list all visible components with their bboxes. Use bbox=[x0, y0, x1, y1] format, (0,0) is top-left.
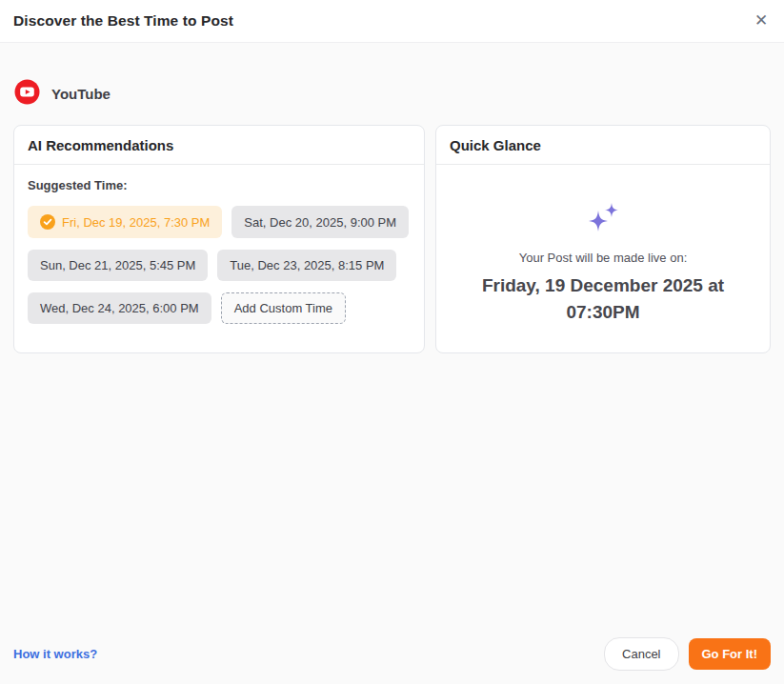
go-for-it-button[interactable]: Go For It! bbox=[689, 638, 772, 670]
ai-recommendations-title: AI Recommendations bbox=[14, 126, 424, 165]
time-slot-label: Tue, Dec 23, 2025, 8:15 PM bbox=[230, 258, 384, 272]
ai-recommendations-panel: AI Recommendations Suggested Time: Fri, … bbox=[13, 125, 425, 353]
youtube-icon bbox=[14, 79, 40, 109]
add-custom-time-label: Add Custom Time bbox=[234, 301, 332, 315]
live-datetime: Friday, 19 December 2025 at 07:30PM bbox=[455, 272, 751, 325]
suggested-time-label: Suggested Time: bbox=[28, 178, 411, 192]
sparkles-icon bbox=[581, 201, 625, 241]
time-slot-chip[interactable]: Sun, Dec 21, 2025, 5:45 PM bbox=[28, 250, 208, 281]
time-slot-label: Sat, Dec 20, 2025, 9:00 PM bbox=[244, 215, 396, 230]
time-slot-label: Sun, Dec 21, 2025, 5:45 PM bbox=[40, 258, 195, 272]
quick-glance-title: Quick Glance bbox=[436, 126, 770, 165]
time-slot-label: Wed, Dec 24, 2025, 6:00 PM bbox=[40, 301, 199, 315]
check-badge-icon bbox=[40, 214, 55, 230]
quick-glance-panel: Quick Glance Your Post will be made live… bbox=[435, 125, 771, 353]
quick-glance-content: Your Post will be made live on: Friday, … bbox=[436, 165, 770, 325]
time-slot-label: Fri, Dec 19, 2025, 7:30 PM bbox=[62, 215, 210, 230]
panels-row: AI Recommendations Suggested Time: Fri, … bbox=[13, 125, 771, 353]
how-it-works-link[interactable]: How it works? bbox=[13, 647, 97, 661]
time-slot-chip[interactable]: Wed, Dec 24, 2025, 6:00 PM bbox=[28, 292, 211, 324]
modal-footer: How it works? Cancel Go For It! bbox=[13, 637, 771, 671]
close-icon[interactable]: ✕ bbox=[748, 8, 774, 34]
footer-actions: Cancel Go For It! bbox=[604, 637, 771, 671]
time-slot-chip[interactable]: Tue, Dec 23, 2025, 8:15 PM bbox=[217, 250, 396, 281]
ai-recommendations-content: Suggested Time: Fri, Dec 19, 2025, 7:30 … bbox=[14, 165, 424, 337]
platform-name: YouTube bbox=[51, 86, 111, 102]
add-custom-time-button[interactable]: Add Custom Time bbox=[221, 292, 346, 324]
time-slot-chip-selected[interactable]: Fri, Dec 19, 2025, 7:30 PM bbox=[28, 206, 222, 238]
modal-header: Discover the Best Time to Post ✕ bbox=[0, 0, 784, 43]
platform-row: YouTube bbox=[14, 79, 771, 109]
modal-title: Discover the Best Time to Post bbox=[13, 12, 233, 30]
live-on-label: Your Post will be made live on: bbox=[519, 251, 688, 265]
cancel-button[interactable]: Cancel bbox=[604, 637, 678, 671]
best-time-to-post-modal: Discover the Best Time to Post ✕ YouTube… bbox=[0, 0, 784, 684]
modal-body: YouTube AI Recommendations Suggested Tim… bbox=[0, 43, 784, 684]
time-slot-chip[interactable]: Sat, Dec 20, 2025, 9:00 PM bbox=[231, 206, 409, 238]
suggested-time-chips: Fri, Dec 19, 2025, 7:30 PM Sat, Dec 20, … bbox=[28, 206, 411, 324]
